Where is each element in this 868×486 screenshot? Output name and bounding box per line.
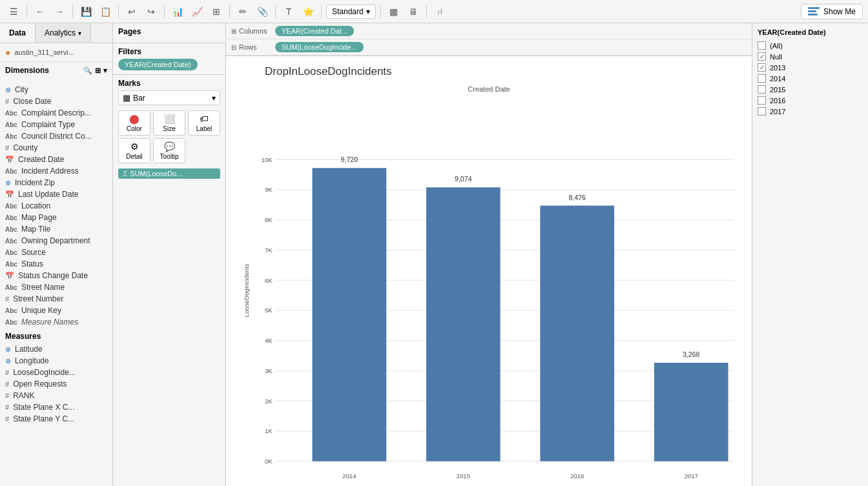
dimension-item[interactable]: AbcComplaint Type xyxy=(0,119,112,130)
bar-2015[interactable] xyxy=(426,187,501,461)
filter-pill[interactable]: YEAR(Created Date) xyxy=(118,59,198,70)
measure-item[interactable]: #State Plane X C... xyxy=(0,401,112,413)
measure-item[interactable]: #RANK xyxy=(0,390,112,401)
redo-icon[interactable]: ↪ xyxy=(143,3,160,20)
dimension-item[interactable]: AbcStatus xyxy=(0,258,112,270)
measure-item[interactable]: #LooseDogIncide... xyxy=(0,367,112,378)
measure-item[interactable]: ⊕Longitude xyxy=(0,355,112,367)
dimension-item[interactable]: ⊕City xyxy=(0,84,112,96)
annotate-icon[interactable]: 📎 xyxy=(254,3,271,20)
data-source-row[interactable]: ● austin_311_servi... xyxy=(0,43,112,62)
tooltip-btn[interactable]: 💬 Tooltip xyxy=(153,138,185,163)
dimension-item[interactable]: 📅Last Update Date xyxy=(0,188,112,200)
legend-checkbox[interactable] xyxy=(758,85,766,94)
menu-icon[interactable]: ☰ xyxy=(5,3,22,20)
tab-analytics[interactable]: Analytics ▾ xyxy=(36,23,91,43)
dim-label: Map Tile xyxy=(21,225,50,234)
expand-icon[interactable]: ▾ xyxy=(103,66,107,75)
main-layout: Data Analytics ▾ ● austin_311_servi... D… xyxy=(0,23,868,486)
forward-icon[interactable]: → xyxy=(51,3,68,20)
columns-text: Columns xyxy=(239,27,267,35)
marks-type-label: Bar xyxy=(133,94,145,103)
layout-icon[interactable]: ⊞ xyxy=(208,3,225,20)
legend-item-label: (All) xyxy=(770,42,783,50)
legend-checkbox[interactable] xyxy=(758,96,766,105)
marks-type-dropdown[interactable]: ▦ Bar ▾ xyxy=(118,90,220,105)
tab-data[interactable]: Data xyxy=(0,23,36,43)
dim-icon: Abc xyxy=(5,213,17,222)
dimension-item[interactable]: AbcSource xyxy=(0,247,112,258)
rows-pill[interactable]: SUM(LooseDogIncide... xyxy=(275,42,364,52)
dimension-item[interactable]: AbcOwning Department xyxy=(0,235,112,247)
dim-icon: Abc xyxy=(5,283,17,292)
legend-item[interactable]: 2016 xyxy=(758,95,863,106)
dimension-item[interactable]: AbcMeasure Names xyxy=(0,316,112,328)
dim-icon: Abc xyxy=(5,108,17,117)
search-icon[interactable]: 🔍 xyxy=(83,66,92,75)
show-me-button[interactable]: Show Me xyxy=(801,4,863,19)
star-icon[interactable]: ⭐ xyxy=(300,3,316,20)
rows-label: ⊟ Rows xyxy=(231,43,270,51)
label-btn[interactable]: 🏷 Label xyxy=(188,110,220,136)
detail-btn[interactable]: ⚙ Detail xyxy=(118,138,150,163)
dimension-item[interactable]: #Street Number xyxy=(0,293,112,305)
detail-label: Detail xyxy=(126,153,143,160)
dim-label: Incident Address xyxy=(21,167,79,176)
dimension-item[interactable]: ⊕Incident Zip xyxy=(0,177,112,188)
dimension-item[interactable]: AbcLocation xyxy=(0,200,112,212)
save-icon[interactable]: 💾 xyxy=(78,3,94,20)
data-icon[interactable]: 📊 xyxy=(169,3,186,20)
dim-icon: Abc xyxy=(5,259,17,268)
legend-item[interactable]: 2015 xyxy=(758,84,863,95)
columns-label: ⊞ Columns xyxy=(231,27,270,35)
legend-checkbox[interactable]: ✓ xyxy=(758,52,766,61)
dimension-item[interactable]: 📅Status Change Date xyxy=(0,270,112,281)
dimension-item[interactable]: AbcUnique Key xyxy=(0,305,112,316)
bar-label-2017: 3,268 xyxy=(683,350,700,358)
share-icon[interactable]: ⑁ xyxy=(431,3,448,20)
legend-checkbox[interactable] xyxy=(758,41,766,50)
columns-pill[interactable]: YEAR(Created Dat... xyxy=(275,26,354,36)
dimension-item[interactable]: AbcStreet Name xyxy=(0,281,112,293)
dimension-item[interactable]: 📅Created Date xyxy=(0,154,112,165)
text-icon[interactable]: T xyxy=(280,3,297,20)
dimension-item[interactable]: AbcIncident Address xyxy=(0,165,112,177)
bar-2017[interactable] xyxy=(654,363,728,461)
chart-icon[interactable]: 📈 xyxy=(189,3,205,20)
chart-title: DropInLooseDogIncidents xyxy=(265,65,392,78)
sum-pill[interactable]: Σ SUM(LooseDo... xyxy=(118,168,220,179)
color-btn[interactable]: ⬤ Color xyxy=(118,110,150,136)
measure-item[interactable]: #Open Requests xyxy=(0,378,112,390)
legend-checkbox[interactable]: ✓ xyxy=(758,63,766,72)
legend-item[interactable]: ✓Null xyxy=(758,51,863,62)
x-axis-title: Created Date xyxy=(468,85,510,93)
size-btn[interactable]: ⬜ Size xyxy=(153,110,185,136)
dimension-item[interactable]: #Close Date xyxy=(0,96,112,107)
legend-checkbox[interactable] xyxy=(758,74,766,83)
dim-icon: 📅 xyxy=(5,190,14,199)
measure-item[interactable]: ⊕Latitude xyxy=(0,343,112,355)
dimension-item[interactable]: AbcMap Page xyxy=(0,212,112,223)
size-label: Size xyxy=(163,125,175,132)
dimension-item[interactable]: AbcMap Tile xyxy=(0,223,112,235)
legend-item[interactable]: 2017 xyxy=(758,106,863,117)
dimension-item[interactable]: AbcComplaint Descrip... xyxy=(0,107,112,119)
monitor-icon[interactable]: 🖥 xyxy=(405,3,422,20)
legend-item[interactable]: ✓2013 xyxy=(758,62,863,73)
legend-item[interactable]: 2014 xyxy=(758,73,863,84)
bar-chart-icon[interactable]: ▦ xyxy=(386,3,402,20)
bar-2014[interactable] xyxy=(313,168,387,461)
add-sheet-icon[interactable]: 📋 xyxy=(97,3,114,20)
undo-icon[interactable]: ↩ xyxy=(123,3,140,20)
measure-item[interactable]: #State Plane Y C... xyxy=(0,413,112,425)
dimension-item[interactable]: #County xyxy=(0,142,112,154)
back-icon[interactable]: ← xyxy=(32,3,48,20)
bar-2016[interactable] xyxy=(540,206,614,461)
sort-icon[interactable]: ⊞ xyxy=(95,66,101,75)
filters-section: Filters YEAR(Created Date) xyxy=(113,43,225,75)
highlight-icon[interactable]: ✏ xyxy=(234,3,251,20)
dimension-item[interactable]: AbcCouncil District Co... xyxy=(0,130,112,142)
legend-checkbox[interactable] xyxy=(758,107,766,116)
legend-item[interactable]: (All) xyxy=(758,40,863,51)
standard-dropdown[interactable]: Standard ▾ xyxy=(326,5,376,19)
